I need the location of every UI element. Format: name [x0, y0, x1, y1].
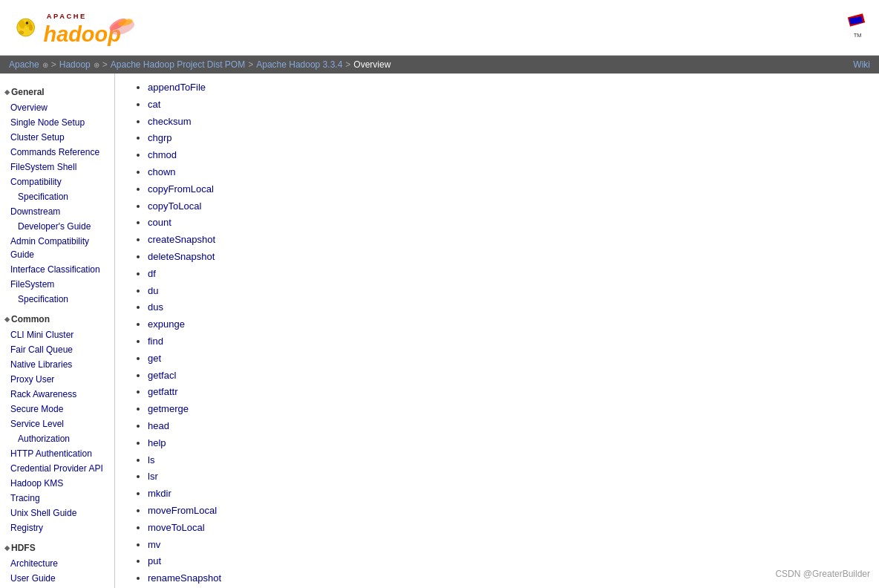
command-link[interactable]: lsr	[148, 471, 158, 482]
list-item: dus	[148, 299, 861, 316]
sidebar-link-credential-api[interactable]: Credential Provider API	[4, 461, 110, 476]
svg-text:APACHE: APACHE	[47, 13, 87, 20]
sidebar-link-architecture[interactable]: Architecture	[4, 556, 110, 571]
command-link[interactable]: getmerge	[148, 403, 189, 414]
sidebar-link-admin-compat[interactable]: Admin Compatibility Guide	[4, 234, 110, 262]
list-item: mkdir	[148, 486, 861, 503]
sidebar-link-user-guide[interactable]: User Guide	[4, 571, 110, 586]
breadcrumb-sep-1: >	[51, 59, 56, 70]
sidebar-link-fair-call[interactable]: Fair Call Queue	[4, 342, 110, 357]
breadcrumb-hadoop[interactable]: Hadoop	[59, 59, 91, 70]
sidebar-link-hadoop-kms[interactable]: Hadoop KMS	[4, 476, 110, 491]
sidebar-link-filesystem-shell[interactable]: FileSystem Shell	[4, 160, 110, 174]
command-link[interactable]: count	[148, 217, 171, 228]
breadcrumb-icon-1: ⊕	[42, 61, 48, 69]
breadcrumb-apache[interactable]: Apache	[9, 59, 39, 70]
sidebar-link-http-auth[interactable]: HTTP Authentication	[4, 446, 110, 461]
command-link[interactable]: renameSnapshot	[148, 572, 221, 584]
breadcrumb-dist-pom[interactable]: Apache Hadoop Project Dist POM	[111, 59, 245, 70]
header: APACHE hadoop TM	[0, 0, 879, 56]
list-item: df	[148, 266, 861, 283]
sidebar-link-cli-mini[interactable]: CLI Mini Cluster	[4, 327, 110, 342]
list-item: chmod	[148, 147, 861, 164]
sidebar-link-downstream[interactable]: Downstream	[4, 204, 110, 219]
list-item: getfattr	[148, 384, 861, 401]
sidebar-link-filesystem[interactable]: FileSystem	[4, 277, 110, 292]
command-link[interactable]: mkdir	[148, 488, 171, 499]
sidebar-link-registry[interactable]: Registry	[4, 520, 110, 535]
command-link[interactable]: dus	[148, 301, 163, 313]
list-item: chgrp	[148, 130, 861, 147]
list-item: getmerge	[148, 401, 861, 418]
svg-text:hadoop: hadoop	[43, 22, 120, 46]
command-link[interactable]: chmod	[148, 149, 177, 160]
command-link[interactable]: head	[148, 420, 169, 431]
svg-point-9	[29, 24, 33, 31]
sidebar-link-proxy-user[interactable]: Proxy User	[4, 372, 110, 387]
command-link[interactable]: du	[148, 285, 158, 296]
list-item: ls	[148, 452, 861, 469]
layout: General Overview Single Node Setup Clust…	[0, 74, 879, 588]
sidebar-link-cluster-setup[interactable]: Cluster Setup	[4, 130, 110, 145]
sidebar-link-interface-class[interactable]: Interface Classification	[4, 262, 110, 277]
top-right-area: TM	[830, 11, 867, 45]
breadcrumb-version[interactable]: Apache Hadoop 3.3.4	[256, 59, 342, 70]
sidebar-link-unix-shell[interactable]: Unix Shell Guide	[4, 506, 110, 520]
breadcrumb-sep-3: >	[248, 59, 253, 70]
sidebar-link-service-level[interactable]: Service Level	[4, 416, 110, 431]
wiki-link[interactable]: Wiki	[853, 59, 870, 70]
command-link[interactable]: expunge	[148, 318, 185, 330]
command-link[interactable]: chown	[148, 166, 176, 177]
sidebar-link-developers-guide[interactable]: Developer's Guide	[4, 219, 110, 234]
command-link[interactable]: get	[148, 353, 161, 364]
sidebar-section-common: Common	[4, 314, 110, 324]
sidebar-link-native-libs[interactable]: Native Libraries	[4, 357, 110, 372]
main-content: appendToFilecatchecksumchgrpchmodchownco…	[115, 74, 879, 588]
command-link[interactable]: copyFromLocal	[148, 183, 214, 195]
command-link[interactable]: createSnapshot	[148, 234, 215, 245]
breadcrumb-current: Overview	[353, 59, 391, 70]
list-item: deleteSnapshot	[148, 249, 861, 266]
command-list: appendToFilecatchecksumchgrpchmodchownco…	[133, 79, 861, 588]
command-link[interactable]: moveFromLocal	[148, 505, 217, 516]
svg-text:TM: TM	[854, 32, 862, 39]
command-link[interactable]: appendToFile	[148, 82, 206, 93]
sidebar-link-rack-awareness[interactable]: Rack Awareness	[4, 387, 110, 402]
list-item: mv	[148, 537, 861, 554]
sidebar-section-general: General	[4, 87, 110, 97]
command-link[interactable]: getfattr	[148, 386, 177, 397]
command-link[interactable]: checksum	[148, 116, 192, 127]
breadcrumb: Apache ⊕ > Hadoop ⊕ > Apache Hadoop Proj…	[0, 56, 879, 74]
list-item: moveToLocal	[148, 520, 861, 537]
sidebar-link-overview[interactable]: Overview	[4, 100, 110, 115]
sidebar-link-secure-mode[interactable]: Secure Mode	[4, 402, 110, 416]
command-link[interactable]: moveToLocal	[148, 522, 205, 533]
command-link[interactable]: getfacl	[148, 370, 176, 381]
list-item: expunge	[148, 316, 861, 333]
list-item: createSnapshot	[148, 232, 861, 249]
sidebar-link-compatibility[interactable]: Compatibility	[4, 174, 110, 189]
list-item: appendToFile	[148, 79, 861, 97]
command-link[interactable]: mv	[148, 539, 160, 550]
watermark: CSDN @GreaterBuilder	[775, 569, 870, 579]
sidebar-link-commands-ref[interactable]: Commands Reference	[4, 145, 110, 160]
sidebar-link-authorization[interactable]: Authorization	[4, 431, 110, 446]
list-item: moveFromLocal	[148, 503, 861, 520]
list-item: copyFromLocal	[148, 181, 861, 198]
command-link[interactable]: chgrp	[148, 132, 172, 143]
command-link[interactable]: find	[148, 336, 163, 347]
command-link[interactable]: copyToLocal	[148, 200, 201, 212]
sidebar-section-hdfs: HDFS	[4, 543, 110, 553]
sidebar-link-tracing[interactable]: Tracing	[4, 491, 110, 506]
command-link[interactable]: help	[148, 437, 166, 448]
command-link[interactable]: ls	[148, 454, 154, 466]
sidebar: General Overview Single Node Setup Clust…	[0, 74, 115, 588]
command-link[interactable]: cat	[148, 99, 160, 110]
sidebar-link-single-node[interactable]: Single Node Setup	[4, 115, 110, 130]
command-link[interactable]: deleteSnapshot	[148, 251, 215, 262]
command-link[interactable]: df	[148, 268, 156, 279]
sidebar-link-specification[interactable]: Specification	[4, 189, 110, 204]
command-link[interactable]: put	[148, 555, 161, 566]
list-item: cat	[148, 97, 861, 114]
sidebar-link-fs-specification[interactable]: Specification	[4, 292, 110, 307]
